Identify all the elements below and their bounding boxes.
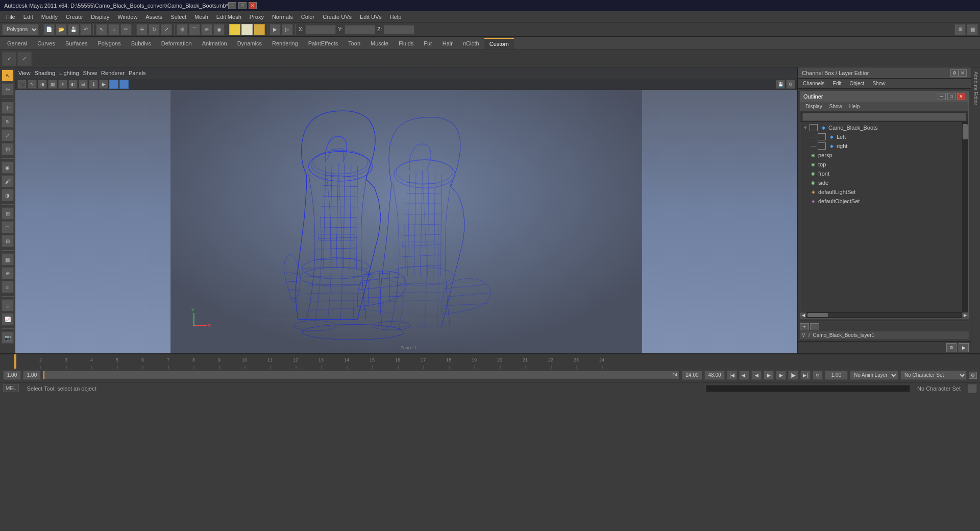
tab-polygons[interactable]: Polygons: [92, 38, 126, 49]
outliner-vis-icon-camo[interactable]: [810, 124, 818, 131]
vp-menu-shading[interactable]: Shading: [35, 70, 55, 76]
timeline[interactable]: 1 2 3 4 5 6 7 8 9 10 11 12 13 1: [0, 353, 980, 368]
outliner-menu-help[interactable]: Help: [847, 103, 862, 110]
tab-custom[interactable]: Custom: [484, 38, 514, 49]
outliner-item-top[interactable]: ▶ ◉ top: [800, 160, 968, 169]
sculpt-left[interactable]: 🖌: [2, 175, 14, 187]
hide-left[interactable]: □: [2, 221, 14, 233]
menu-color[interactable]: Color: [297, 13, 318, 21]
tab-fur[interactable]: Fur: [419, 38, 437, 49]
ipr-render-icon[interactable]: ▷: [282, 24, 293, 35]
outliner-scroll-left-btn[interactable]: ◀: [800, 312, 806, 318]
select-tool-icon[interactable]: ↖: [96, 24, 107, 35]
pb-next-key-btn[interactable]: |▶: [788, 371, 798, 380]
vp-camera-icon[interactable]: 🎥: [17, 80, 27, 89]
z-input[interactable]: [384, 25, 414, 34]
pb-next-frame-btn[interactable]: ▶: [776, 371, 786, 380]
pb-range-end-input[interactable]: [682, 371, 702, 380]
mode-selector[interactable]: Polygons: [2, 24, 39, 35]
pb-prev-frame-btn[interactable]: ◀: [751, 371, 762, 380]
menu-normals[interactable]: Normals: [268, 13, 297, 21]
cbmenu-object[interactable]: Object: [847, 80, 868, 87]
expand-icon-right[interactable]: —: [811, 143, 817, 149]
snap-curve-icon[interactable]: ⌒: [189, 24, 200, 35]
graph-editor-left[interactable]: 📈: [2, 313, 14, 325]
x-input[interactable]: [305, 25, 336, 34]
vp-save-icon[interactable]: 💾: [776, 80, 785, 89]
menu-mesh[interactable]: Mesh: [190, 13, 212, 21]
cbmenu-edit[interactable]: Edit: [829, 80, 844, 87]
tab-subdivs[interactable]: Subdivs: [126, 38, 156, 49]
move-tool-icon[interactable]: ✛: [136, 24, 148, 35]
shelf-check-icon[interactable]: ✓: [2, 52, 16, 66]
outliner-search-input[interactable]: [802, 113, 966, 121]
select-tool-left[interactable]: ↖: [2, 69, 14, 82]
snap-view-icon[interactable]: ◉: [213, 24, 225, 35]
tab-fluids[interactable]: Fluids: [394, 38, 419, 49]
outliner-scrollbar[interactable]: [962, 122, 968, 312]
tab-dynamics[interactable]: Dynamics: [232, 38, 267, 49]
outliner-vis-icon-right[interactable]: [818, 142, 826, 150]
snap-point-icon[interactable]: ⊕: [201, 24, 212, 35]
tab-rendering[interactable]: Rendering: [267, 38, 303, 49]
outliner-scroll-right-btn[interactable]: ▶: [962, 312, 968, 318]
tab-muscle[interactable]: Muscle: [365, 38, 394, 49]
open-scene-icon[interactable]: 📂: [56, 24, 67, 35]
color-swatch-2[interactable]: [241, 24, 253, 35]
shelf-icon-2[interactable]: ✓: [17, 52, 32, 66]
render-icon[interactable]: ▶: [270, 24, 281, 35]
snap-grid-icon[interactable]: ⊞: [177, 24, 188, 35]
move-tool-left[interactable]: ✛: [2, 102, 14, 114]
pb-anim-end-input[interactable]: [704, 371, 725, 380]
menu-proxy[interactable]: Proxy: [246, 13, 268, 21]
transform-tool-left[interactable]: ⊡: [2, 143, 14, 155]
paint-tool-left[interactable]: ✏: [2, 83, 14, 95]
vp-shading-icon[interactable]: ◑: [38, 80, 47, 89]
outliner-hscroll-thumb[interactable]: [807, 313, 828, 317]
tab-ncloth[interactable]: nCloth: [458, 38, 484, 49]
pb-range-start-input[interactable]: [3, 371, 21, 380]
outliner-item-defaultobjectset[interactable]: ▶ ◈ defaultObjectSet: [800, 197, 968, 206]
outliner-menu-show[interactable]: Show: [827, 103, 844, 110]
pb-range-start2-input[interactable]: [23, 371, 41, 380]
save-scene-icon[interactable]: 💾: [68, 24, 79, 35]
vp-blue-icon-2[interactable]: [119, 80, 129, 89]
soft-mod-left[interactable]: ◉: [2, 161, 14, 174]
tab-curves[interactable]: Curves: [32, 38, 60, 49]
menu-edit-uvs[interactable]: Edit UVs: [356, 13, 386, 21]
outliner-item-right[interactable]: — ◆ right: [800, 141, 968, 151]
tab-painteffects[interactable]: PaintEffects: [303, 38, 344, 49]
pb-prev-key-btn[interactable]: ◀|: [739, 371, 749, 380]
scale-tool-left[interactable]: ⤢: [2, 129, 14, 141]
outliner-hscroll-track[interactable]: [807, 313, 961, 317]
paint-weights-left[interactable]: ◑: [2, 189, 14, 201]
pb-anim-layer-select[interactable]: No Anim Layer: [850, 371, 898, 380]
restore-button[interactable]: □: [238, 2, 247, 9]
lasso-icon[interactable]: ○: [108, 24, 119, 35]
attr-editor-label[interactable]: Attribute Editor: [972, 69, 979, 107]
align-left[interactable]: ≡: [2, 281, 14, 293]
menu-display[interactable]: Display: [87, 13, 113, 21]
color-swatch-3[interactable]: [254, 24, 265, 35]
outliner-item-camo-black-boots[interactable]: ▼ ◆ Camo_Black_Boots: [800, 123, 968, 132]
outliner-menu-display[interactable]: Display: [803, 103, 824, 110]
outliner-item-persp[interactable]: ▶ ◉ persp: [800, 151, 968, 160]
snap-together-left[interactable]: ⊕: [2, 267, 14, 279]
rp-anim-btn[interactable]: ▶: [959, 343, 969, 352]
outliner-item-front[interactable]: ▶ ◉ front: [800, 169, 968, 178]
channel-box-settings-btn[interactable]: ⚙: [950, 69, 959, 77]
menu-create-uvs[interactable]: Create UVs: [318, 13, 356, 21]
display-layer-left[interactable]: ⊟: [2, 235, 14, 247]
layer-delete-btn[interactable]: -: [810, 323, 819, 330]
vp-texture-icon[interactable]: ▦: [48, 80, 57, 89]
vp-menu-renderer[interactable]: Renderer: [101, 70, 125, 76]
expand-icon-left[interactable]: —: [811, 134, 817, 140]
vp-hud-icon[interactable]: ℹ: [89, 80, 98, 89]
pb-goto-start-btn[interactable]: |◀: [727, 371, 737, 380]
close-button[interactable]: ✕: [249, 2, 257, 9]
cbmenu-channels[interactable]: Channels: [800, 80, 827, 87]
camera-left[interactable]: 📷: [2, 331, 14, 344]
settings-icon[interactable]: ⚙: [954, 24, 966, 35]
rotate-tool-left[interactable]: ↻: [2, 115, 14, 128]
menu-assets[interactable]: Assets: [141, 13, 166, 21]
